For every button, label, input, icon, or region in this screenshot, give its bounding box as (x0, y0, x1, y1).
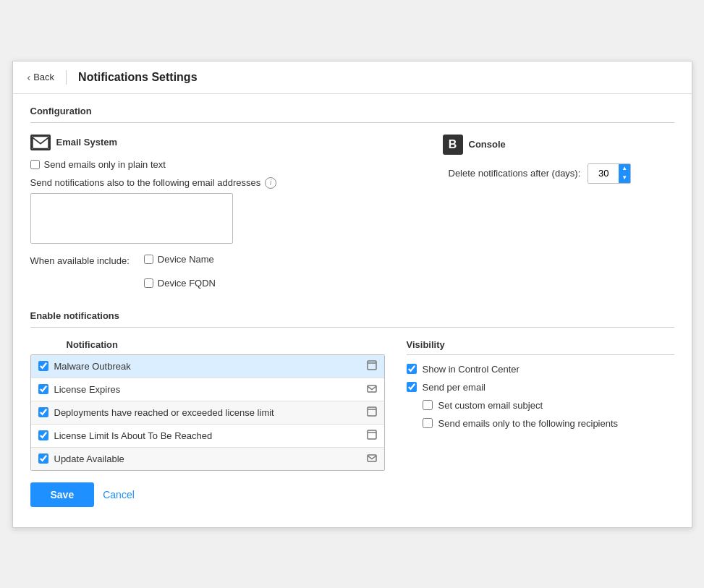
delete-notifications-row: Delete notifications after (days): ▲ ▼ (443, 163, 674, 184)
device-fqdn-checkbox[interactable] (144, 278, 153, 288)
visibility-options: Show in Control Center Send per email Se… (407, 364, 674, 429)
visibility-option-1: Send per email (407, 382, 674, 393)
email-addresses-textarea[interactable] (30, 193, 233, 244)
device-fqdn-row: Device FQDN (144, 278, 216, 289)
notif-checkbox-0[interactable] (38, 361, 48, 371)
visibility-option-2: Set custom email subject (407, 400, 674, 411)
enable-notifications-title: Enable notifications (30, 310, 674, 321)
when-available-row: When available include: Device Name Devi… (30, 254, 414, 296)
email-system-section: Email System Send emails only in plain t… (30, 135, 414, 296)
notif-label-3: License Limit Is About To Be Reached (54, 430, 358, 441)
notif-label-1: License Expires (54, 384, 358, 395)
header-divider (66, 70, 67, 85)
configuration-row: Email System Send emails only in plain t… (30, 135, 674, 296)
device-fqdn-label[interactable]: Device FQDN (158, 278, 216, 289)
window-icon-2 (367, 406, 377, 419)
table-row[interactable]: License Limit Is About To Be Reached (31, 425, 384, 448)
notif-label-4: Update Available (54, 453, 358, 464)
vis-label-1[interactable]: Send per email (423, 382, 485, 393)
delete-days-input[interactable] (588, 166, 619, 181)
back-button[interactable]: ‹ Back (27, 72, 55, 83)
plain-text-row: Send emails only in plain text (30, 159, 414, 170)
header: ‹ Back Notifications Settings (13, 61, 692, 94)
notification-list-inner[interactable]: Malware Outbreak (31, 355, 384, 470)
configuration-section-title: Configuration (30, 106, 674, 116)
main-window: ‹ Back Notifications Settings Configurat… (12, 61, 692, 528)
spinner-up-button[interactable]: ▲ (619, 164, 630, 174)
console-icon: B (443, 135, 463, 155)
delete-days-spinner: ▲ ▼ (588, 163, 631, 184)
svg-rect-6 (368, 430, 376, 439)
email-system-header: Email System (30, 135, 414, 150)
notifications-row: Notification Malware Outbreak (30, 339, 674, 471)
visibility-checkbox-1[interactable] (407, 382, 417, 392)
plain-text-label[interactable]: Send emails only in plain text (44, 159, 166, 170)
table-row[interactable]: Update Available (31, 448, 384, 470)
console-header: B Console (443, 135, 674, 155)
notification-list: Malware Outbreak (30, 354, 385, 471)
plain-text-checkbox[interactable] (30, 160, 40, 169)
save-button[interactable]: Save (30, 482, 95, 507)
notif-label-0: Malware Outbreak (54, 361, 358, 372)
notif-checkbox-2[interactable] (38, 407, 48, 417)
svg-rect-4 (368, 407, 376, 416)
visibility-option-3: Send emails only to the following recipi… (407, 418, 674, 429)
svg-rect-1 (368, 361, 376, 370)
spinner-buttons: ▲ ▼ (619, 164, 630, 183)
when-available-label: When available include: (30, 255, 130, 266)
window-icon-0 (367, 360, 377, 372)
delete-days-label: Delete notifications after (days): (449, 168, 581, 179)
table-row[interactable]: License Expires (31, 378, 384, 401)
notif-checkbox-1[interactable] (38, 384, 48, 394)
enable-notifications-divider (30, 327, 674, 328)
device-name-label[interactable]: Device Name (158, 254, 214, 265)
vis-label-0[interactable]: Show in Control Center (423, 364, 519, 375)
when-available-checkboxes: Device Name Device FQDN (144, 254, 216, 296)
visibility-divider (407, 354, 674, 355)
svg-rect-3 (368, 385, 376, 392)
back-label: Back (33, 72, 54, 82)
vis-label-3[interactable]: Send emails only to the following recipi… (438, 418, 619, 429)
table-row[interactable]: Malware Outbreak (31, 355, 384, 378)
content-area: Configuration Email System Send emails (13, 94, 692, 527)
visibility-checkbox-0[interactable] (407, 364, 417, 374)
visibility-checkbox-2[interactable] (423, 400, 433, 410)
back-arrow-icon: ‹ (27, 72, 31, 83)
notif-checkbox-3[interactable] (38, 430, 48, 440)
notification-col-header: Notification (30, 339, 385, 354)
email-icon-4 (367, 453, 377, 464)
page-title: Notifications Settings (78, 71, 197, 84)
footer-buttons: Save Cancel (30, 471, 674, 510)
notif-label-2: Deployments have reached or exceeded lic… (54, 407, 358, 418)
console-section: B Console Delete notifications after (da… (443, 135, 674, 184)
table-row[interactable]: Deployments have reached or exceeded lic… (31, 401, 384, 425)
notification-list-container: Notification Malware Outbreak (30, 339, 385, 471)
svg-rect-0 (32, 136, 48, 148)
console-label: Console (469, 139, 506, 150)
cancel-button[interactable]: Cancel (103, 489, 135, 500)
email-icon-1 (367, 383, 377, 395)
notif-checkbox-4[interactable] (38, 453, 48, 464)
configuration-divider (30, 122, 674, 123)
visibility-col-header: Visibility (407, 339, 674, 354)
window-icon-3 (367, 430, 377, 442)
device-name-row: Device Name (144, 254, 216, 265)
email-icon (30, 135, 51, 150)
visibility-option-0: Show in Control Center (407, 364, 674, 375)
device-name-checkbox[interactable] (144, 255, 153, 264)
vis-label-2[interactable]: Set custom email subject (438, 400, 543, 411)
visibility-section: Visibility Show in Control Center Send p… (407, 339, 674, 429)
svg-rect-8 (368, 455, 376, 461)
spinner-down-button[interactable]: ▼ (619, 174, 630, 183)
visibility-checkbox-3[interactable] (423, 418, 433, 428)
enable-notifications-section: Enable notifications Notification Malwar… (30, 310, 674, 471)
info-icon[interactable]: i (265, 177, 276, 189)
also-send-label: Send notifications also to the following… (30, 177, 414, 189)
email-system-label: Email System (56, 137, 118, 148)
